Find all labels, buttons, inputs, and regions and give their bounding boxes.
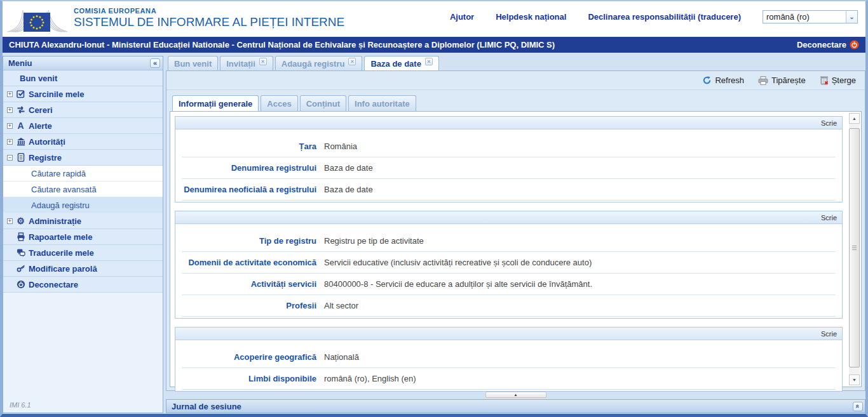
field-row: Profesii Alt sector [182, 295, 836, 317]
sidebar-item-my-translations[interactable]: + Traducerile mele [3, 245, 163, 261]
organisation-name: COMISIA EUROPEANA [74, 7, 344, 15]
section-classification: Scrie Tip de registru Registru pe tip de… [175, 211, 843, 319]
section-action-label: Scrie [175, 211, 842, 224]
page-header: COMISIA EUROPEANA SISTEMUL DE INFORMARE … [3, 1, 865, 37]
field-value: România [316, 141, 836, 152]
field-row: Denumirea registrului Baza de date [182, 157, 836, 179]
logout-button[interactable]: Deconectare [797, 40, 859, 50]
tab-content[interactable]: Conținut [300, 95, 346, 111]
scrollbar-thumb[interactable] [849, 128, 860, 367]
sidebar-item-quick-search[interactable]: Căutare rapidă [3, 166, 163, 182]
sidebar-item-administration[interactable]: + ⚙ Administrație [3, 213, 163, 229]
tab-authority-info[interactable]: Info autoritate [348, 95, 416, 111]
help-link[interactable]: Ajutor [450, 12, 474, 22]
tab-access[interactable]: Acces [261, 95, 297, 111]
field-row: Limbi disponibile română (ro), English (… [182, 368, 836, 390]
document-icon [15, 153, 26, 162]
field-value: română (ro), English (en) [316, 373, 836, 384]
section-action-label: Scrie [175, 117, 842, 129]
expand-icon[interactable]: + [7, 139, 13, 145]
close-icon[interactable]: × [259, 58, 267, 65]
field-row: Denumirea neoficială a registrului Baza … [182, 179, 836, 201]
helpdesk-link[interactable]: Helpdesk național [496, 12, 566, 22]
sidebar-item-my-tasks[interactable]: + Sarcinile mele [3, 86, 163, 102]
print-button[interactable]: Tipărește [758, 76, 806, 85]
disclaimer-link[interactable]: Declinarea responsabilității (traducere) [588, 12, 741, 22]
tab-invitations[interactable]: Invitații × [220, 56, 273, 70]
tab-database[interactable]: Baza de date × [364, 56, 438, 70]
field-value: 80400000-8 - Servicii de educare a adulț… [316, 279, 836, 289]
toolbar: Refresh Tipărește Șterge [166, 71, 865, 90]
expand-icon[interactable]: + [7, 123, 13, 129]
field-row: Domenii de activitate economică Servicii… [182, 252, 836, 274]
field-value: Registru pe tip de activitate [316, 235, 836, 246]
field-label: Țara [182, 141, 316, 152]
user-bar: CHIUTA Alexandru-Ionut - Ministerul Educ… [3, 37, 865, 53]
sidebar: Meniu « Bun venit + Sarcinile mele + [3, 56, 163, 413]
sidebar-collapse-button[interactable]: « [150, 58, 160, 68]
form-sections: Scrie Țara România Denumirea registrului… [175, 116, 843, 400]
collapse-icon[interactable]: − [7, 155, 13, 161]
form-scroll-area: Scrie Țara România Denumirea registrului… [170, 111, 862, 387]
report-printer-icon [15, 232, 26, 242]
section-action-label: Scrie [175, 328, 842, 340]
sidebar-item-add-register[interactable]: Adaugă registru [3, 197, 163, 213]
language-select[interactable]: română (ro) ⌄ [763, 10, 858, 23]
tab-add-register[interactable]: Adaugă registru × [275, 56, 363, 70]
sidebar-item-welcome[interactable]: Bun venit [3, 70, 163, 86]
field-label: Profesii [182, 300, 316, 311]
scroll-down-icon[interactable]: ▼ [849, 374, 860, 385]
expand-icon[interactable]: + [7, 91, 13, 97]
menu-panel: Meniu « Bun venit + Sarcinile mele + [3, 56, 163, 413]
field-row: Țara România [182, 136, 836, 157]
expand-icon[interactable]: + [7, 107, 13, 113]
tab-welcome[interactable]: Bun venit [168, 56, 218, 70]
sidebar-filler [3, 293, 163, 399]
trash-icon [820, 76, 829, 85]
speech-bubbles-icon [15, 248, 26, 258]
sidebar-item-requests[interactable]: + Cereri [3, 102, 163, 118]
tab-general-info[interactable]: Informații generale [172, 95, 259, 111]
language-value: română (ro) [763, 12, 846, 22]
content-column: Bun venit Invitații × Adaugă registru × … [166, 56, 865, 413]
section-coverage: Scrie Acoperire geografică Națională Lim… [175, 327, 843, 392]
bank-building-icon [15, 137, 26, 147]
close-icon[interactable]: × [425, 58, 433, 65]
detail-tabs: Informații generale Acces Conținut Info … [166, 95, 865, 111]
collapse-content-handle[interactable]: ▲ [485, 392, 546, 398]
exchange-arrows-icon [15, 105, 26, 115]
field-label: Limbi disponibile [182, 373, 316, 384]
delete-button[interactable]: Șterge [820, 76, 856, 85]
field-value: Baza de date [316, 184, 836, 195]
gear-icon: ⚙ [15, 216, 26, 226]
sidebar-item-advanced-search[interactable]: Căutare avansată [3, 182, 163, 197]
chevron-down-icon[interactable]: ⌄ [846, 11, 857, 23]
scroll-up-icon[interactable]: ▲ [849, 113, 860, 124]
sidebar-item-alerts[interactable]: + A Alerte [3, 118, 163, 134]
menu-header: Meniu « [3, 56, 163, 70]
field-value: Alt sector [316, 300, 836, 311]
vertical-scrollbar[interactable]: ▲ ▼ [849, 113, 860, 385]
tasks-icon [15, 89, 26, 99]
sidebar-item-my-reports[interactable]: + Rapoartele mele [3, 229, 163, 245]
field-row: Activități servicii 80400000-8 - Servici… [182, 274, 836, 295]
close-icon[interactable]: × [348, 58, 356, 65]
expand-icon[interactable]: + [7, 218, 13, 224]
refresh-button[interactable]: Refresh [702, 76, 744, 85]
european-commission-logo [6, 4, 70, 34]
sidebar-item-change-password[interactable]: + Modificare parolă [3, 261, 163, 277]
logout-label: Deconectare [797, 40, 846, 50]
collapse-up-icon[interactable]: « [853, 402, 863, 411]
session-log-title: Jurnal de sesiune [172, 402, 241, 411]
power-icon [850, 40, 859, 50]
header-links: Ajutor Helpdesk național Declinarea resp… [450, 10, 858, 23]
field-value: Națională [316, 352, 836, 362]
sidebar-item-registers[interactable]: − Registre [3, 150, 163, 166]
session-log-bar[interactable]: Jurnal de sesiune « [166, 399, 865, 413]
sidebar-item-logout[interactable]: + Deconectare [3, 277, 163, 293]
alert-icon: A [15, 121, 26, 131]
menu-title: Meniu [8, 58, 32, 68]
field-row: Tip de registru Registru pe tip de activ… [182, 230, 836, 252]
field-value: Baza de date [316, 162, 836, 173]
sidebar-item-authorities[interactable]: + Autorități [3, 134, 163, 150]
